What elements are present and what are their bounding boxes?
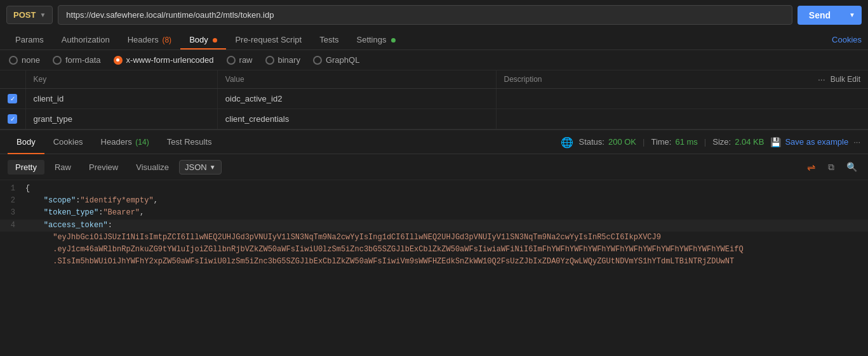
th-key: Key xyxy=(25,70,217,89)
resp-tab-cookies[interactable]: Cookies xyxy=(44,134,92,150)
radio-binary-circle xyxy=(265,56,274,65)
response-more-icon[interactable]: ··· xyxy=(853,137,860,147)
row1-value[interactable]: oidc_active_id2 xyxy=(217,89,496,109)
json-line-7: .SIsIm5hbWUiOiJhYWFhY2xpZW50aWFsIiwiU0lz… xyxy=(0,256,868,268)
table-row: client_id oidc_active_id2 xyxy=(0,89,868,109)
wrap-icon[interactable]: ⇌ xyxy=(802,158,820,176)
response-bar: Body Cookies Headers (14) Test Results 🌐… xyxy=(0,129,868,154)
radio-form-data[interactable]: form-data xyxy=(53,55,101,65)
size-label: Size: xyxy=(712,137,731,147)
radio-raw-circle xyxy=(227,56,236,65)
table-row: grant_type client_credentials xyxy=(0,109,868,129)
send-button[interactable]: Send ▼ xyxy=(798,6,862,25)
cookies-link[interactable]: Cookies xyxy=(832,30,862,49)
fmt-tab-preview[interactable]: Preview xyxy=(81,160,126,175)
time-value: 61 ms xyxy=(675,137,697,147)
json-line-4: 4 "access_token": xyxy=(0,220,868,232)
fmt-tab-visualize[interactable]: Visualize xyxy=(128,160,177,175)
radio-graphql[interactable]: GraphQL xyxy=(313,55,359,65)
globe-icon: 🌐 xyxy=(561,136,572,148)
fmt-tab-raw[interactable]: Raw xyxy=(47,160,79,175)
json-line-5: "eyJhbGciOiJSUzI1NiIsImtpZCI6IllwNEQ2UHJ… xyxy=(0,232,868,244)
row2-key[interactable]: grant_type xyxy=(25,109,217,129)
search-icon[interactable]: 🔍 xyxy=(843,158,860,176)
table-dots-icon[interactable]: ··· xyxy=(818,74,825,84)
method-dropdown[interactable]: POST ▼ xyxy=(6,6,53,24)
th-value: Value xyxy=(217,70,496,89)
row2-description[interactable] xyxy=(496,109,868,129)
tab-prerequest[interactable]: Pre-request Script xyxy=(226,30,310,49)
radio-raw[interactable]: raw xyxy=(227,55,253,65)
request-tabs: Params Authorization Headers (8) Body Pr… xyxy=(0,30,868,50)
radio-binary[interactable]: binary xyxy=(265,55,300,65)
tab-params[interactable]: Params xyxy=(6,30,53,49)
tab-settings[interactable]: Settings xyxy=(348,30,405,49)
row1-description[interactable] xyxy=(496,89,868,109)
radio-none-circle xyxy=(9,56,18,65)
row1-checkbox[interactable] xyxy=(8,94,17,103)
row2-value[interactable]: client_credentials xyxy=(217,109,496,129)
json-line-1: 1 { xyxy=(0,183,868,195)
time-label: Time: xyxy=(651,137,671,147)
json-content: 1 { 2 "scope": "identify*empty", 3 "toke… xyxy=(0,180,868,270)
json-line-2: 2 "scope": "identify*empty", xyxy=(0,195,868,207)
body-dot-icon xyxy=(213,38,217,43)
format-bar: Pretty Raw Preview Visualize JSON ▼ ⇌ ⧉ … xyxy=(0,154,868,180)
resp-tab-headers[interactable]: Headers (14) xyxy=(92,134,158,150)
size-value: 2.04 KB xyxy=(735,137,764,147)
tab-headers[interactable]: Headers (8) xyxy=(119,30,180,49)
body-type-row: none form-data x-www-form-urlencoded raw… xyxy=(0,50,868,70)
row2-checkbox-cell xyxy=(0,109,25,129)
copy-icon[interactable]: ⧉ xyxy=(822,158,840,176)
tab-body[interactable]: Body xyxy=(180,30,226,49)
save-icon: 💾 xyxy=(770,137,781,147)
radio-graphql-circle xyxy=(313,56,322,65)
format-chevron-icon: ▼ xyxy=(210,164,216,171)
th-description: Description ··· Bulk Edit xyxy=(496,70,868,89)
fmt-tab-pretty[interactable]: Pretty xyxy=(8,160,44,175)
headers-badge: (8) xyxy=(162,36,171,44)
resp-tab-body[interactable]: Body xyxy=(8,134,44,150)
resp-tab-test-results[interactable]: Test Results xyxy=(158,134,221,150)
tab-authorization[interactable]: Authorization xyxy=(53,30,119,49)
status-separator: | xyxy=(643,137,644,147)
tab-tests[interactable]: Tests xyxy=(310,30,347,49)
radio-urlencoded[interactable]: x-www-form-urlencoded xyxy=(114,55,214,65)
radio-urlencoded-circle xyxy=(114,56,123,65)
json-line-3: 3 "token_type": "Bearer", xyxy=(0,207,868,219)
row1-checkbox-cell xyxy=(0,89,25,109)
settings-dot-icon xyxy=(391,38,396,43)
bulk-edit-button[interactable]: Bulk Edit xyxy=(831,75,860,84)
send-chevron-icon[interactable]: ▼ xyxy=(843,11,862,18)
format-type-select[interactable]: JSON ▼ xyxy=(179,160,222,175)
row1-key[interactable]: client_id xyxy=(25,89,217,109)
radio-form-data-circle xyxy=(53,56,62,65)
url-input[interactable] xyxy=(58,5,792,25)
kv-table: Key Value Description ··· Bulk Edit clie… xyxy=(0,70,868,129)
time-separator: | xyxy=(704,137,706,147)
send-label: Send xyxy=(798,10,842,20)
method-label: POST xyxy=(13,10,36,20)
status-value: 200 OK xyxy=(608,137,636,147)
status-label: Status: xyxy=(578,137,604,147)
radio-none[interactable]: none xyxy=(9,55,40,65)
save-as-example-button[interactable]: 💾 Save as example xyxy=(770,137,848,147)
row2-checkbox[interactable] xyxy=(8,114,17,124)
method-chevron-icon: ▼ xyxy=(39,11,46,18)
url-bar: POST ▼ Send ▼ xyxy=(0,0,868,30)
th-checkbox xyxy=(0,70,25,89)
json-line-6: .eyJ1cm46aWRlbnRpZnkuZG9tYWluIjoiZGllbnR… xyxy=(0,244,868,256)
